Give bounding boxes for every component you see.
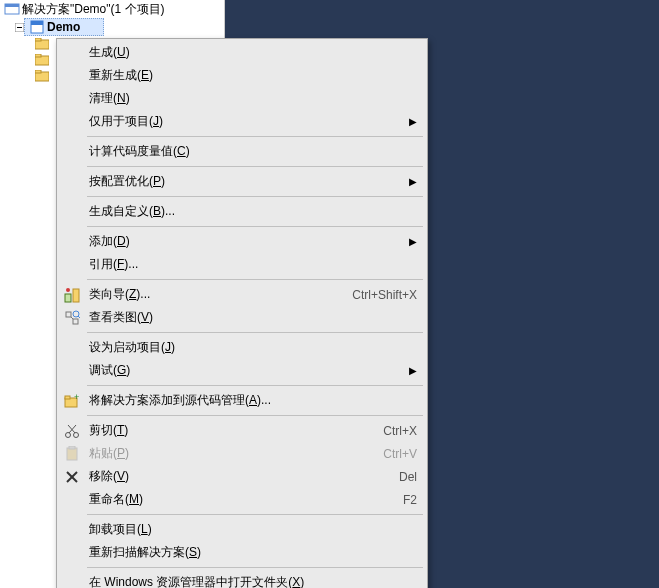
menu-label: 移除(V)	[89, 468, 379, 485]
folder-icon	[34, 36, 50, 52]
menu-add[interactable]: 添加(D) ▶	[59, 230, 425, 253]
svg-rect-15	[66, 312, 71, 317]
menu-rebuild[interactable]: 重新生成(E)	[59, 64, 425, 87]
submenu-arrow-icon: ▶	[399, 236, 417, 247]
menu-label: 调试(G)	[89, 362, 399, 379]
menu-label: 设为启动项目(J)	[89, 339, 417, 356]
project-name: Demo	[47, 20, 80, 34]
svg-rect-27	[67, 448, 77, 460]
svg-rect-28	[69, 446, 75, 449]
menu-rename[interactable]: 重命名(M) F2	[59, 488, 425, 511]
solution-title: 解决方案"Demo"(1 个项目)	[22, 1, 165, 18]
svg-rect-5	[31, 21, 43, 25]
submenu-arrow-icon: ▶	[399, 365, 417, 376]
wizard-icon	[63, 286, 81, 304]
svg-rect-21	[65, 396, 70, 399]
menu-remove[interactable]: 移除(V) Del	[59, 465, 425, 488]
menu-pgo[interactable]: 按配置优化(P) ▶	[59, 170, 425, 193]
svg-rect-1	[5, 4, 19, 7]
tree-line	[0, 19, 14, 35]
menu-cut[interactable]: 剪切(T) Ctrl+X	[59, 419, 425, 442]
menu-label: 清理(N)	[89, 90, 417, 107]
svg-rect-16	[73, 319, 78, 324]
menu-separator	[87, 166, 423, 167]
project-row[interactable]: Demo	[0, 18, 224, 36]
project-node-selected[interactable]: Demo	[24, 18, 104, 36]
menu-separator	[87, 196, 423, 197]
menu-project-only[interactable]: 仅用于项目(J) ▶	[59, 110, 425, 133]
svg-point-24	[74, 433, 79, 438]
menu-label: 将解决方案添加到源代码管理(A)...	[89, 392, 417, 409]
menu-shortcut: Ctrl+V	[363, 447, 417, 461]
menu-rescan[interactable]: 重新扫描解决方案(S)	[59, 541, 425, 564]
collapse-toggle[interactable]	[14, 22, 24, 32]
menu-separator	[87, 385, 423, 386]
menu-label: 引用(F)...	[89, 256, 417, 273]
svg-point-23	[66, 433, 71, 438]
svg-rect-13	[73, 289, 79, 302]
menu-set-startup[interactable]: 设为启动项目(J)	[59, 336, 425, 359]
class-diagram-icon	[63, 309, 81, 327]
svg-line-25	[69, 425, 76, 433]
folder-icon	[34, 68, 50, 84]
menu-label: 添加(D)	[89, 233, 399, 250]
menu-shortcut: Ctrl+X	[363, 424, 417, 438]
menu-open-explorer[interactable]: 在 Windows 资源管理器中打开文件夹(X)	[59, 571, 425, 588]
svg-rect-12	[65, 294, 71, 302]
menu-label: 按配置优化(P)	[89, 173, 399, 190]
scc-icon: +	[63, 392, 81, 410]
project-icon	[29, 19, 45, 35]
menu-add-scc[interactable]: + 将解决方案添加到源代码管理(A)...	[59, 389, 425, 412]
cut-icon	[63, 422, 81, 440]
svg-line-19	[78, 316, 80, 318]
menu-separator	[87, 567, 423, 568]
menu-separator	[87, 332, 423, 333]
svg-point-14	[66, 288, 70, 292]
menu-label: 在 Windows 资源管理器中打开文件夹(X)	[89, 574, 417, 588]
menu-label: 生成自定义(B)...	[89, 203, 417, 220]
menu-separator	[87, 279, 423, 280]
menu-unload[interactable]: 卸载项目(L)	[59, 518, 425, 541]
solution-icon	[4, 1, 20, 17]
menu-separator	[87, 415, 423, 416]
menu-build[interactable]: 生成(U)	[59, 41, 425, 64]
menu-label: 仅用于项目(J)	[89, 113, 399, 130]
menu-label: 重新扫描解决方案(S)	[89, 544, 417, 561]
menu-paste: 粘贴(P) Ctrl+V	[59, 442, 425, 465]
menu-label: 卸载项目(L)	[89, 521, 417, 538]
menu-label: 类向导(Z)...	[89, 286, 332, 303]
menu-separator	[87, 514, 423, 515]
menu-label: 粘贴(P)	[89, 445, 363, 462]
svg-text:+: +	[74, 393, 79, 402]
menu-label: 生成(U)	[89, 44, 417, 61]
remove-icon	[63, 468, 81, 486]
svg-rect-9	[35, 54, 41, 57]
menu-label: 计算代码度量值(C)	[89, 143, 417, 160]
menu-shortcut: F2	[383, 493, 417, 507]
svg-rect-11	[35, 70, 41, 73]
menu-label: 查看类图(V)	[89, 309, 417, 326]
menu-clean[interactable]: 清理(N)	[59, 87, 425, 110]
menu-label: 重新生成(E)	[89, 67, 417, 84]
submenu-arrow-icon: ▶	[399, 176, 417, 187]
paste-icon	[63, 445, 81, 463]
menu-class-wizard[interactable]: 类向导(Z)... Ctrl+Shift+X	[59, 283, 425, 306]
menu-separator	[87, 226, 423, 227]
menu-reference[interactable]: 引用(F)...	[59, 253, 425, 276]
menu-code-metrics[interactable]: 计算代码度量值(C)	[59, 140, 425, 163]
solution-node[interactable]: 解决方案"Demo"(1 个项目)	[0, 0, 224, 18]
svg-line-17	[71, 317, 73, 319]
submenu-arrow-icon: ▶	[399, 116, 417, 127]
menu-label: 剪切(T)	[89, 422, 363, 439]
project-context-menu: 生成(U) 重新生成(E) 清理(N) 仅用于项目(J) ▶ 计算代码度量值(C…	[56, 38, 428, 588]
folder-icon	[34, 52, 50, 68]
menu-debug[interactable]: 调试(G) ▶	[59, 359, 425, 382]
menu-separator	[87, 136, 423, 137]
menu-label: 重命名(M)	[89, 491, 383, 508]
menu-class-diagram[interactable]: 查看类图(V)	[59, 306, 425, 329]
svg-rect-7	[35, 38, 41, 41]
svg-line-26	[68, 425, 75, 433]
menu-shortcut: Ctrl+Shift+X	[332, 288, 417, 302]
menu-build-custom[interactable]: 生成自定义(B)...	[59, 200, 425, 223]
menu-shortcut: Del	[379, 470, 417, 484]
